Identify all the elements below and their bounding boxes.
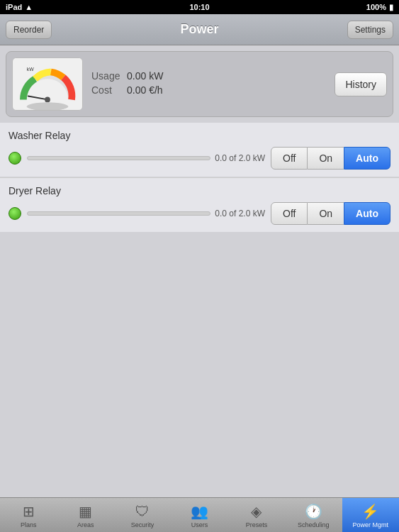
- washer-indicator: [9, 152, 21, 165]
- dryer-off-button[interactable]: Off: [271, 202, 308, 225]
- cost-label: Cost: [91, 84, 127, 96]
- washer-kw-label: 0.0 of 2.0 kW: [215, 153, 265, 163]
- dryer-on-button[interactable]: On: [308, 202, 344, 225]
- settings-button[interactable]: Settings: [347, 21, 393, 39]
- dryer-relay-controls: 0.0 of 2.0 kW Off On Auto: [9, 202, 390, 225]
- status-time: 10:10: [189, 3, 209, 11]
- dryer-slider-track[interactable]: [27, 211, 210, 216]
- tab-areas[interactable]: ▦ Areas: [57, 498, 113, 532]
- presets-label: Presets: [246, 521, 268, 528]
- battery-icon: ▮: [389, 3, 393, 12]
- dryer-indicator: [9, 207, 21, 220]
- scheduling-icon: 🕐: [305, 503, 322, 520]
- power-gauge: kW: [12, 57, 83, 111]
- power-mgmt-label: Power Mgmt: [352, 521, 388, 528]
- svg-text:kW: kW: [27, 67, 34, 72]
- users-label: Users: [191, 521, 208, 528]
- areas-icon: ▦: [79, 503, 92, 520]
- dryer-relay-section: Dryer Relay 0.0 of 2.0 kW Off On Auto: [0, 177, 399, 232]
- power-info: Usage 0.00 kW Cost 0.00 €/h: [83, 70, 335, 99]
- nav-bar: Reorder Power Settings: [0, 14, 399, 45]
- washer-on-button[interactable]: On: [308, 147, 344, 170]
- status-bar-right: 100% ▮: [366, 3, 393, 12]
- dryer-relay-title: Dryer Relay: [9, 185, 390, 196]
- tab-scheduling[interactable]: 🕐 Scheduling: [285, 498, 342, 532]
- cost-unit-label: €/h: [149, 84, 162, 96]
- svg-point-3: [45, 97, 50, 103]
- power-mgmt-icon: ⚡: [361, 503, 379, 520]
- washer-slider-container: 0.0 of 2.0 kW: [27, 153, 265, 163]
- reorder-button[interactable]: Reorder: [6, 21, 52, 39]
- cost-value: 0.00: [127, 84, 146, 96]
- plans-icon: ⊞: [23, 503, 35, 520]
- status-bar-left: iPad ▲: [6, 3, 33, 11]
- power-card: kW Usage 0.00 kW Cost 0.00 €/h: [6, 51, 393, 117]
- cost-row: Cost 0.00 €/h: [91, 84, 326, 96]
- dryer-auto-button[interactable]: Auto: [344, 202, 390, 225]
- plans-label: Plans: [21, 521, 37, 528]
- history-button[interactable]: History: [335, 72, 387, 96]
- washer-slider-row: 0.0 of 2.0 kW: [27, 153, 265, 163]
- washer-toggle-group: Off On Auto: [271, 147, 390, 170]
- security-label: Security: [131, 521, 154, 528]
- main-content: kW Usage 0.00 kW Cost 0.00 €/h: [0, 45, 399, 497]
- washer-slider-track[interactable]: [27, 156, 210, 160]
- dryer-slider-container: 0.0 of 2.0 kW: [27, 209, 265, 218]
- tab-power-mgmt[interactable]: ⚡ Power Mgmt: [342, 498, 399, 532]
- device-label: iPad: [6, 3, 22, 11]
- wifi-icon: ▲: [25, 3, 33, 11]
- usage-unit-label: kW: [149, 70, 163, 82]
- washer-auto-button[interactable]: Auto: [344, 147, 390, 170]
- dryer-slider-row: 0.0 of 2.0 kW: [27, 209, 265, 218]
- status-bar: iPad ▲ 10:10 100% ▮: [0, 0, 399, 14]
- battery-label: 100%: [366, 3, 386, 11]
- usage-value: 0.00: [127, 70, 146, 82]
- washer-off-button[interactable]: Off: [271, 147, 308, 170]
- presets-icon: ◈: [251, 503, 262, 520]
- tab-presets[interactable]: ◈ Presets: [228, 498, 285, 532]
- areas-label: Areas: [77, 521, 94, 528]
- nav-title: Power: [180, 22, 218, 37]
- washer-relay-controls: 0.0 of 2.0 kW Off On Auto: [9, 147, 390, 170]
- dryer-toggle-group: Off On Auto: [271, 202, 390, 225]
- tab-security[interactable]: 🛡 Security: [114, 498, 171, 532]
- security-icon: 🛡: [135, 504, 150, 520]
- dryer-kw-label: 0.0 of 2.0 kW: [215, 209, 265, 218]
- washer-relay-title: Washer Relay: [9, 130, 390, 141]
- scheduling-label: Scheduling: [298, 521, 330, 528]
- usage-row: Usage 0.00 kW: [91, 70, 326, 82]
- users-icon: 👥: [191, 503, 208, 520]
- washer-relay-section: Washer Relay 0.0 of 2.0 kW Off On Auto: [0, 123, 399, 177]
- usage-label: Usage: [91, 70, 127, 82]
- tab-users[interactable]: 👥 Users: [171, 498, 227, 532]
- tab-bar: ⊞ Plans ▦ Areas 🛡 Security 👥 Users ◈ Pre…: [0, 497, 399, 532]
- tab-plans[interactable]: ⊞ Plans: [0, 498, 57, 532]
